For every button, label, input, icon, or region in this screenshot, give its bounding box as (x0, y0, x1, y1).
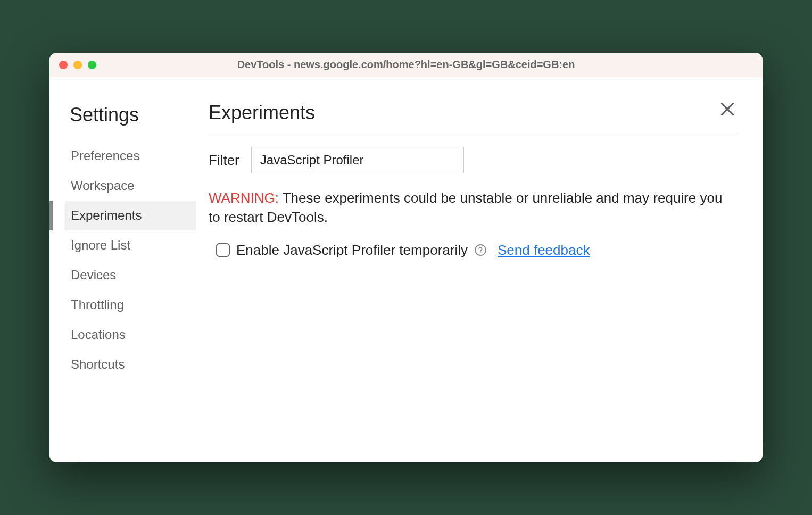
sidebar-item-workspace[interactable]: Workspace (65, 171, 196, 201)
warning-prefix: WARNING: (209, 190, 279, 206)
devtools-window: DevTools - news.google.com/home?hl=en-GB… (49, 53, 763, 462)
sidebar-item-locations[interactable]: Locations (65, 320, 196, 350)
sidebar-item-experiments[interactable]: Experiments (65, 201, 196, 230)
svg-point-3 (480, 253, 481, 254)
window-title: DevTools - news.google.com/home?hl=en-GB… (96, 59, 753, 71)
sidebar-item-devices[interactable]: Devices (65, 260, 196, 290)
sidebar-item-preferences[interactable]: Preferences (65, 141, 196, 171)
svg-point-2 (475, 245, 486, 255)
sidebar-item-throttling[interactable]: Throttling (65, 290, 196, 320)
experiment-option-row: Enable JavaScript Profiler temporarily S… (209, 242, 737, 259)
traffic-lights (59, 61, 96, 69)
filter-label: Filter (209, 152, 239, 169)
experiment-option-label: Enable JavaScript Profiler temporarily (236, 242, 468, 259)
send-feedback-link[interactable]: Send feedback (498, 242, 590, 259)
settings-body: Settings Preferences Workspace Experimen… (49, 77, 763, 462)
warning-body: These experiments could be unstable or u… (209, 190, 722, 225)
sidebar-item-shortcuts[interactable]: Shortcuts (65, 350, 196, 379)
sidebar-item-ignore-list[interactable]: Ignore List (65, 230, 196, 260)
window-minimize-button[interactable] (73, 61, 82, 69)
enable-js-profiler-checkbox[interactable] (216, 243, 230, 257)
titlebar: DevTools - news.google.com/home?hl=en-GB… (49, 53, 763, 77)
settings-title: Settings (65, 104, 196, 126)
window-maximize-button[interactable] (88, 61, 96, 69)
filter-input[interactable] (251, 147, 464, 173)
window-close-button[interactable] (59, 61, 68, 69)
help-icon[interactable] (474, 244, 487, 256)
settings-sidebar: Settings Preferences Workspace Experimen… (49, 77, 196, 462)
filter-row: Filter (209, 147, 737, 173)
close-icon[interactable] (718, 99, 737, 119)
page-title: Experiments (209, 102, 737, 134)
warning-text: WARNING: These experiments could be unst… (209, 188, 737, 227)
settings-main: Experiments Filter WARNING: These experi… (196, 77, 763, 462)
